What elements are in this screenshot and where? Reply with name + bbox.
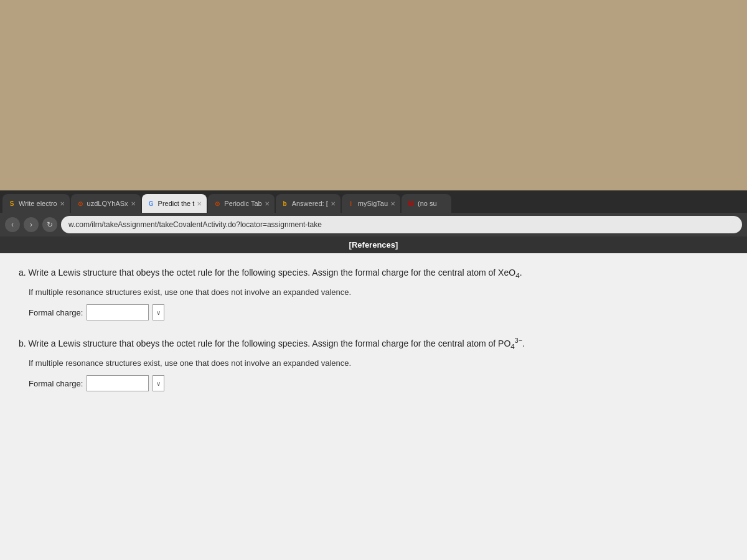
tab-label-6: mySigTau — [358, 200, 388, 207]
question-area: a. Write a Lewis structure that obeys th… — [0, 253, 747, 419]
tab-uzd[interactable]: ⊙ uzdLQYhASx ✕ — [71, 194, 141, 213]
tab-predict[interactable]: G Predict the t ✕ — [142, 194, 207, 213]
tab-icon-b: b — [281, 199, 289, 208]
question-b-main-text: b. Write a Lewis structure that obeys th… — [19, 338, 525, 348]
tab-icon-uzd: ⊙ — [76, 199, 85, 208]
tab-label-7: (no su — [418, 200, 437, 207]
question-b-formal-charge-input[interactable] — [87, 375, 149, 391]
question-b-block: b. Write a Lewis structure that obeys th… — [19, 335, 728, 391]
tab-close-2[interactable]: ✕ — [131, 200, 136, 207]
tab-label-1: Write electro — [19, 200, 57, 207]
page-content: [References] a. Write a Lewis structure … — [0, 236, 747, 560]
reload-button[interactable]: ↻ — [42, 217, 57, 232]
question-b-formal-charge-row: Formal charge: ∨ — [29, 375, 728, 391]
tab-close-5[interactable]: ✕ — [331, 200, 336, 207]
forward-button[interactable]: › — [24, 217, 39, 232]
tab-icon-i: i — [347, 199, 355, 208]
tab-bar: S Write electro ✕ ⊙ uzdLQYhASx ✕ G Predi… — [0, 190, 747, 213]
question-a-block: a. Write a Lewis structure that obeys th… — [19, 266, 728, 320]
tab-icon-periodic: ⊙ — [213, 199, 222, 208]
tab-label-5: Answered: [ — [292, 200, 328, 207]
back-button[interactable]: ‹ — [5, 217, 20, 232]
tab-close-4[interactable]: ✕ — [265, 200, 270, 207]
tab-periodic[interactable]: ⊙ Periodic Tab ✕ — [208, 194, 274, 213]
question-a-formal-charge-input[interactable] — [87, 304, 149, 320]
address-bar-row: ‹ › ↻ — [0, 213, 747, 236]
question-a-main-text: a. Write a Lewis structure that obeys th… — [19, 268, 522, 278]
tab-write-electro[interactable]: S Write electro ✕ — [2, 194, 70, 213]
tab-nosu[interactable]: M (no su — [402, 194, 451, 213]
question-b-formal-charge-label: Formal charge: — [29, 379, 83, 388]
question-b-text: b. Write a Lewis structure that obeys th… — [19, 335, 728, 352]
address-input[interactable] — [61, 216, 742, 233]
tab-label-2: uzdLQYhASx — [87, 200, 128, 207]
tab-label-4: Periodic Tab — [224, 200, 261, 207]
question-a-text: a. Write a Lewis structure that obeys th… — [19, 266, 728, 281]
tab-close-3[interactable]: ✕ — [197, 200, 202, 207]
tab-icon-s: S — [7, 199, 16, 208]
question-a-formal-charge-label: Formal charge: — [29, 308, 83, 317]
browser-window: S Write electro ✕ ⊙ uzdLQYhASx ✕ G Predi… — [0, 190, 747, 560]
tab-icon-m: M — [406, 199, 415, 208]
tab-label-3: Predict the t — [158, 200, 195, 207]
tab-close-6[interactable]: ✕ — [390, 200, 395, 207]
question-b-dropdown[interactable]: ∨ — [153, 375, 164, 391]
desktop-background — [0, 0, 747, 212]
tab-mysig[interactable]: i mySigTau ✕ — [342, 194, 400, 213]
question-a-formal-charge-row: Formal charge: ∨ — [29, 304, 728, 320]
tab-answered[interactable]: b Answered: [ ✕ — [276, 194, 341, 213]
tab-close-1[interactable]: ✕ — [60, 200, 65, 207]
references-bar[interactable]: [References] — [0, 236, 747, 253]
question-a-dropdown[interactable]: ∨ — [153, 304, 164, 320]
tab-icon-g: G — [147, 199, 156, 208]
references-label: [References] — [349, 240, 398, 250]
question-a-sub-text: If multiple resonance structures exist, … — [29, 286, 728, 299]
question-b-sub-text: If multiple resonance structures exist, … — [29, 357, 728, 370]
